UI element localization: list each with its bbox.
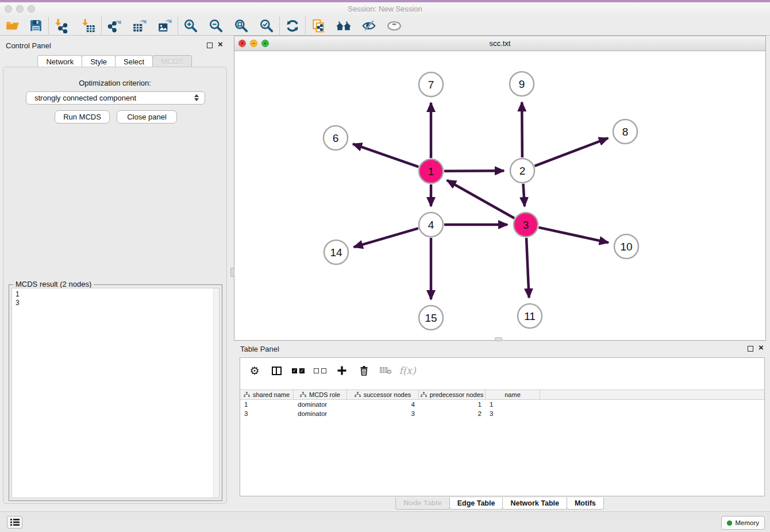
export-network-icon[interactable] [106,18,122,34]
table-cell[interactable]: 3 [240,410,294,417]
edge-3-11[interactable] [526,238,529,298]
add-column-icon[interactable] [333,363,351,379]
tab-mcds[interactable]: MCDS [152,55,191,67]
tab-select[interactable]: Select [115,55,153,67]
result-scrollbar[interactable] [213,288,219,498]
show-graphics-icon[interactable] [386,18,402,34]
column-label: successor nodes [364,391,411,398]
close-table-panel-icon[interactable]: × [759,342,764,353]
table-row[interactable]: 3dominator323 [240,409,764,418]
table-row[interactable]: 1dominator411 [240,400,764,409]
edge-4-14[interactable] [354,228,418,247]
table-header-row[interactable]: shared nameMCDS rolesuccessor nodesprede… [240,390,764,400]
select-all-icon[interactable]: ✓ ✓ [290,363,307,379]
column-label: name [505,391,521,398]
network-window-titlebar[interactable]: × − + scc.txt [234,36,765,51]
table-panel-title: Table Panel [240,345,279,353]
network-canvas[interactable]: 1234678910111415 [234,51,765,340]
network-window-title: scc.txt [234,39,765,48]
close-panel-icon[interactable]: × [218,39,223,49]
zoom-fit-icon[interactable] [233,18,249,34]
table-cell[interactable]: 1 [486,401,540,408]
mcds-result-list[interactable]: 13 [11,288,220,498]
column-label: predecessor nodes [430,391,484,398]
mcds-result-line: 1 [16,290,215,299]
home-icon[interactable] [336,18,352,34]
table-cell[interactable]: 1 [240,401,294,408]
column-header-MCDS-role[interactable]: MCDS role [294,390,347,399]
table-cell[interactable]: 3 [486,410,540,417]
edge-2-8[interactable] [535,138,609,165]
import-table-icon[interactable] [80,18,97,34]
duplicate-network-icon[interactable] [310,18,326,34]
edge-2-9[interactable] [522,102,522,157]
delete-column-icon[interactable] [355,363,372,379]
mcds-panel: Optimization criterion: strongly connect… [3,67,227,504]
node-table[interactable]: shared nameMCDS rolesuccessor nodesprede… [240,390,764,418]
columns-icon[interactable] [268,363,285,379]
hide-graphics-icon[interactable] [361,18,377,34]
table-cell[interactable]: 4 [347,401,419,408]
close-panel-button[interactable]: Close panel [117,110,177,124]
zoom-out-icon[interactable] [208,18,224,34]
column-header-spacer [540,390,619,399]
save-icon[interactable] [28,18,44,34]
tab-node-table[interactable]: Node Table [395,498,449,510]
node-label-10: 10 [620,241,632,253]
network-graph[interactable]: 1234678910111415 [234,51,765,340]
table-toolbar: ⚙ ✓ ✓ f(x) [240,358,764,383]
vertical-splitter-grip[interactable] [230,268,234,277]
table-cell[interactable]: 3 [347,410,419,417]
edge-3-1[interactable] [447,180,514,218]
node-table-container: ⚙ ✓ ✓ f(x) shared nameMCDS rolesuccessor… [240,357,765,496]
table-cell[interactable]: 2 [419,410,486,417]
float-panel-icon[interactable] [207,43,213,48]
table-cell[interactable]: 1 [419,401,486,408]
edge-2-3[interactable] [523,184,524,206]
export-table-icon[interactable] [132,18,148,34]
dropdown-stepper-icon [194,94,199,101]
table-cell[interactable]: dominator [294,410,347,417]
node-label-1: 1 [428,165,434,178]
edge-1-2[interactable] [444,171,504,171]
tab-edge-table[interactable]: Edge Table [449,498,503,510]
node-label-11: 11 [524,310,536,322]
window-titlebar: Session: New Session [0,2,770,16]
optimization-criterion-label: Optimization criterion: [3,79,226,87]
gear-icon[interactable]: ⚙ [246,363,263,379]
task-history-button[interactable] [7,516,22,529]
toolbar-separator [279,17,280,34]
float-table-panel-icon[interactable] [748,346,753,352]
node-label-4: 4 [428,219,434,231]
toolbar-separator [178,17,178,34]
toolbar-separator [101,17,102,34]
tab-motifs[interactable]: Motifs [567,498,604,510]
toolbar-separator [48,17,49,34]
refresh-icon[interactable] [284,18,301,34]
zoom-in-icon[interactable] [183,18,199,34]
list-icon [10,518,20,526]
column-header-name[interactable]: name [486,390,540,399]
column-header-successor-nodes[interactable]: successor nodes [347,390,419,399]
tab-network-table[interactable]: Network Table [502,498,567,510]
hierarchy-icon [300,392,306,398]
open-folder-icon[interactable] [5,18,21,34]
column-header-predecessor-nodes[interactable]: predecessor nodes [419,390,486,399]
column-header-shared-name[interactable]: shared name [240,390,294,399]
unselect-all-icon[interactable] [311,363,329,379]
mcds-result-line: 3 [16,299,215,307]
criterion-dropdown[interactable]: strongly connected component [26,91,205,105]
zoom-selected-icon[interactable] [259,18,275,34]
import-network-icon[interactable] [53,18,70,34]
run-mcds-button[interactable]: Run MCDS [55,110,110,124]
export-image-icon[interactable] [157,18,173,34]
tab-style[interactable]: Style [82,55,116,67]
tab-network[interactable]: Network [37,55,82,67]
memory-button[interactable]: Memory [721,516,765,530]
status-bar: Memory [0,511,770,532]
edge-1-6[interactable] [353,144,418,167]
control-panel-title: Control Panel [6,41,51,50]
table-cell[interactable]: dominator [294,401,347,408]
function-builder-icon: f(x) [399,363,416,379]
edge-3-10[interactable] [538,228,608,242]
